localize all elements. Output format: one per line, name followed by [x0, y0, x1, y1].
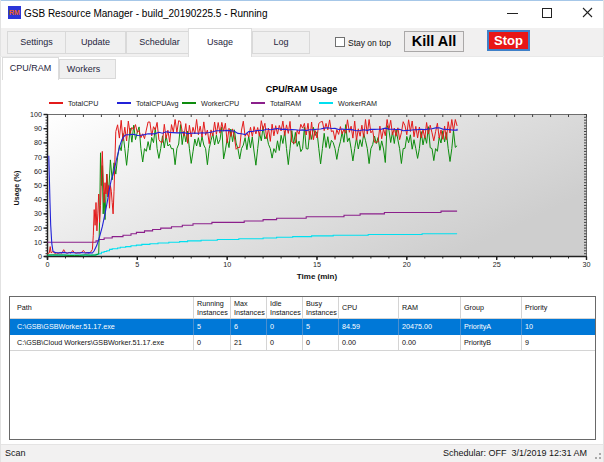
svg-text:10: 10	[34, 238, 42, 247]
svg-text:30: 30	[583, 260, 591, 269]
svg-text:TotalCPUAvg: TotalCPUAvg	[136, 99, 179, 108]
svg-text:80: 80	[34, 138, 42, 147]
svg-text:90: 90	[34, 124, 42, 133]
svg-text:TotalRAM: TotalRAM	[270, 99, 301, 108]
svg-text:Time (min): Time (min)	[297, 272, 338, 281]
svg-text:50: 50	[34, 181, 42, 190]
svg-text:40: 40	[34, 195, 42, 204]
svg-text:CPU/RAM Usage: CPU/RAM Usage	[266, 84, 338, 94]
svg-text:30: 30	[34, 209, 42, 218]
svg-text:20: 20	[34, 224, 42, 233]
svg-text:WorkerCPU: WorkerCPU	[201, 99, 239, 108]
svg-text:0: 0	[46, 260, 50, 269]
svg-text:70: 70	[34, 153, 42, 162]
svg-text:0: 0	[38, 252, 42, 261]
svg-text:WorkerRAM: WorkerRAM	[338, 99, 377, 108]
svg-text:10: 10	[223, 260, 231, 269]
svg-text:15: 15	[313, 260, 321, 269]
svg-text:20: 20	[403, 260, 411, 269]
svg-text:100: 100	[30, 110, 42, 119]
svg-text:60: 60	[34, 167, 42, 176]
svg-text:Usage (%): Usage (%)	[12, 170, 21, 205]
svg-text:TotalCPU: TotalCPU	[68, 99, 98, 108]
svg-text:5: 5	[135, 260, 139, 269]
svg-text:25: 25	[493, 260, 501, 269]
